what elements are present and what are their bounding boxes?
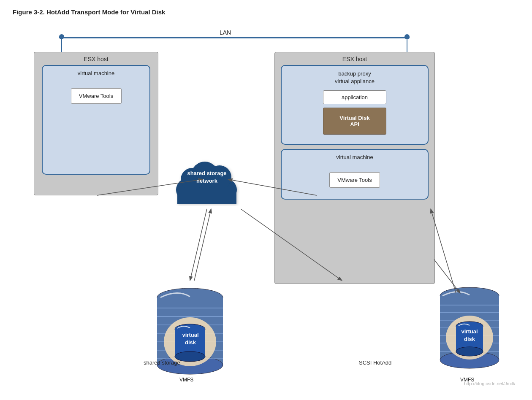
svg-line-41 [194, 209, 211, 281]
esx-left-label: ESX host [34, 52, 158, 65]
cloud-svg [165, 146, 249, 209]
virtual-disk-left-label: virtualdisk [171, 331, 209, 346]
storage-right-svg [439, 281, 500, 373]
proxy-label: backup proxyvirtual appliance [282, 66, 428, 87]
lan-label: LAN [220, 29, 231, 36]
lan-dot-right [404, 34, 410, 39]
virtual-disk-right-label: virtualdisk [452, 328, 487, 343]
storage-right-container: virtualdisk [439, 281, 500, 375]
vdisk-api-box: Virtual DiskAPI [323, 108, 386, 135]
vm-box-right: virtual machine VMware Tools [281, 149, 429, 200]
vmfs-label-left: VMFS [179, 377, 193, 383]
esx-right-label: ESX host [275, 52, 434, 65]
vmware-tools-left: VMware Tools [71, 88, 122, 104]
vm-left-label: virtual machine [43, 66, 149, 80]
esx-host-right: ESX host backup proxyvirtual appliance a… [274, 52, 435, 284]
vm-box-left: virtual machine VMware Tools [42, 65, 150, 175]
cloud-container: shared storage network [165, 146, 249, 209]
esx-host-left: ESX host virtual machine VMware Tools [34, 52, 158, 195]
vm-right-label: virtual machine [282, 150, 428, 164]
watermark: http://blog.csdn.net/Jmilk [464, 381, 515, 386]
diagram: LAN ESX host virtual machine VMware Tool… [13, 23, 519, 390]
svg-point-35 [456, 347, 483, 356]
vmware-tools-right: VMware Tools [329, 172, 380, 188]
svg-point-5 [181, 168, 204, 191]
vdisk-api-text: Virtual DiskAPI [339, 115, 369, 127]
lan-dot-left [59, 34, 64, 39]
svg-line-40 [190, 209, 207, 281]
page: Figure 3-2. HotAdd Transport Mode for Vi… [0, 0, 532, 400]
proxy-box: backup proxyvirtual appliance applicatio… [281, 65, 429, 145]
scsi-hotadd-label: SCSI HotAdd [359, 359, 391, 366]
svg-rect-7 [177, 188, 236, 204]
proxy-label-text: backup proxyvirtual appliance [335, 70, 375, 84]
application-box: application [323, 90, 386, 104]
lan-line [59, 37, 410, 38]
svg-point-6 [208, 165, 231, 189]
shared-storage-label: shared storage [144, 359, 180, 366]
figure-title: Figure 3-2. HotAdd Transport Mode for Vi… [13, 8, 519, 16]
